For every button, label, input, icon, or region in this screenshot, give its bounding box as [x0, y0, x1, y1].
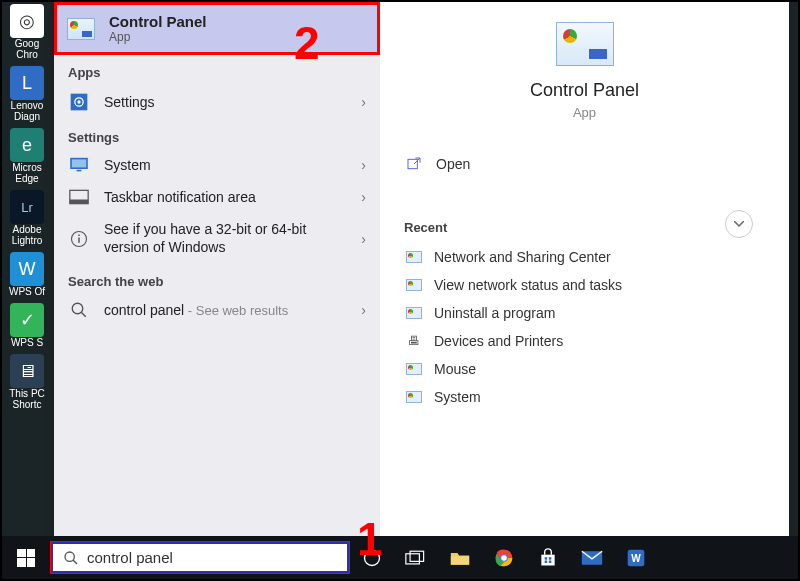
svg-rect-7	[70, 200, 88, 204]
row-web-result[interactable]: control panel - See web results ›	[54, 293, 380, 327]
best-match-subtitle: App	[109, 30, 207, 44]
control-panel-icon	[67, 18, 95, 40]
taskbar-icon	[68, 189, 90, 205]
svg-rect-27	[545, 560, 548, 563]
wps-button[interactable]: W	[614, 536, 658, 579]
chevron-right-icon: ›	[361, 94, 366, 110]
search-detail-pane: Control Panel App Open Recent Network an…	[380, 2, 789, 538]
svg-rect-18	[406, 553, 420, 563]
search-input[interactable]	[87, 549, 337, 566]
search-left-column: Control Panel App Apps Settings › Settin…	[54, 2, 380, 538]
control-panel-icon	[406, 391, 422, 403]
section-head-settings: Settings	[54, 120, 380, 149]
desktop-icon-chrome[interactable]: ◎Goog Chro	[4, 4, 50, 60]
desktop-icon-lenovo[interactable]: LLenovo Diagn	[4, 66, 50, 122]
svg-rect-4	[72, 159, 86, 167]
svg-text:W: W	[631, 553, 641, 564]
task-view-button[interactable]	[394, 536, 438, 579]
desktop-icons: ◎Goog Chro LLenovo Diagn eMicros Edge Lr…	[4, 4, 54, 410]
expand-button[interactable]	[725, 210, 753, 238]
taskbar: W	[2, 536, 798, 579]
annotation-2: 2	[294, 16, 320, 70]
chrome-button[interactable]	[482, 536, 526, 579]
desktop-icon-wps-s[interactable]: ✓WPS S	[4, 303, 50, 348]
recent-item[interactable]: Mouse	[404, 355, 765, 383]
control-panel-icon	[556, 22, 614, 66]
svg-rect-26	[549, 557, 552, 560]
best-match-control-panel[interactable]: Control Panel App	[54, 2, 380, 55]
windows-logo-icon	[17, 549, 35, 567]
search-icon	[63, 550, 79, 566]
svg-rect-13	[408, 159, 417, 168]
detail-subtitle: App	[573, 105, 596, 120]
store-button[interactable]	[526, 536, 570, 579]
control-panel-icon	[406, 307, 422, 319]
search-icon	[68, 301, 90, 319]
chevron-right-icon: ›	[361, 231, 366, 247]
row-settings-app[interactable]: Settings ›	[54, 84, 380, 120]
svg-rect-28	[549, 560, 552, 563]
recent-list: Network and Sharing Center View network …	[404, 243, 765, 411]
svg-rect-5	[77, 170, 82, 172]
info-icon	[68, 230, 90, 248]
desktop-icon-edge[interactable]: eMicros Edge	[4, 128, 50, 184]
chevron-right-icon: ›	[361, 157, 366, 173]
control-panel-icon	[406, 363, 422, 375]
svg-rect-19	[410, 551, 424, 561]
svg-line-12	[81, 312, 86, 317]
best-match-title: Control Panel	[109, 13, 207, 30]
svg-point-15	[65, 552, 74, 561]
printer-icon: 🖶	[406, 334, 422, 348]
section-head-apps: Apps	[54, 55, 380, 84]
control-panel-icon	[406, 279, 422, 291]
taskbar-search-box[interactable]	[50, 541, 350, 574]
desktop-icon-this-pc[interactable]: 🖥This PC Shortc	[4, 354, 50, 410]
svg-rect-25	[545, 557, 548, 560]
detail-header: Control Panel App	[404, 22, 765, 120]
chevron-right-icon: ›	[361, 189, 366, 205]
svg-rect-10	[78, 234, 80, 236]
recent-item[interactable]: System	[404, 383, 765, 411]
monitor-icon	[68, 157, 90, 173]
recent-item[interactable]: Uninstall a program	[404, 299, 765, 327]
open-icon	[406, 156, 422, 172]
desktop-icon-wps-office[interactable]: WWPS Of	[4, 252, 50, 297]
svg-line-16	[73, 560, 77, 564]
section-head-web: Search the web	[54, 264, 380, 293]
recent-heading: Recent	[404, 220, 765, 235]
recent-item[interactable]: View network status and tasks	[404, 271, 765, 299]
svg-rect-9	[78, 237, 80, 242]
file-explorer-button[interactable]	[438, 536, 482, 579]
start-button[interactable]	[2, 536, 50, 579]
mail-button[interactable]	[570, 536, 614, 579]
row-system[interactable]: System ›	[54, 149, 380, 181]
desktop-icon-lightroom[interactable]: LrAdobe Lightro	[4, 190, 50, 246]
svg-point-11	[72, 303, 83, 314]
action-open[interactable]: Open	[404, 146, 765, 182]
svg-point-2	[77, 100, 80, 103]
svg-point-24	[501, 555, 507, 561]
control-panel-icon	[406, 251, 422, 263]
row-taskbar-notification[interactable]: Taskbar notification area ›	[54, 181, 380, 213]
row-32-64-bit[interactable]: See if you have a 32-bit or 64-bit versi…	[54, 213, 380, 264]
annotation-1: 1	[357, 512, 383, 566]
search-results-panel: Control Panel App Apps Settings › Settin…	[54, 2, 789, 538]
detail-title: Control Panel	[530, 80, 639, 101]
svg-rect-20	[451, 556, 469, 564]
gear-icon	[68, 92, 90, 112]
recent-item[interactable]: Network and Sharing Center	[404, 243, 765, 271]
recent-item[interactable]: 🖶Devices and Printers	[404, 327, 765, 355]
chevron-right-icon: ›	[361, 302, 366, 318]
